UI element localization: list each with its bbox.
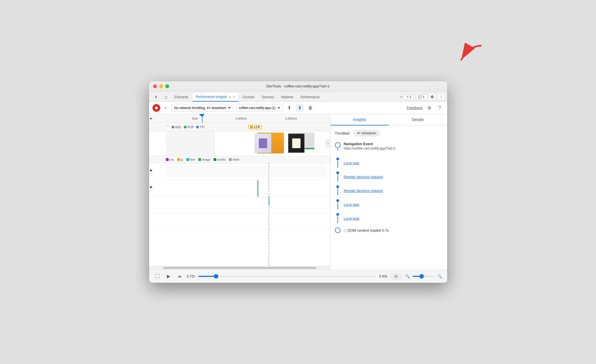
cursor-icon: ⬆ — [155, 95, 157, 99]
tti-dot — [196, 126, 199, 128]
tab-performance-insights[interactable]: Performance insights ▲ ✕ — [192, 93, 239, 102]
fcp-dot — [184, 126, 187, 128]
record-dropdown[interactable]: ▾ — [163, 104, 169, 112]
tab-elements[interactable]: Elements — [171, 93, 192, 102]
error-badge-button[interactable]: ✕ 1 — [404, 94, 414, 100]
throttle-value: 4× slowdown — [353, 130, 380, 136]
fcp-label: FCP — [188, 125, 194, 129]
lcp-square — [250, 126, 253, 128]
screenshot-icon: ⛶ — [155, 274, 160, 279]
media-label: media — [217, 158, 226, 161]
link-long-task-1[interactable]: Long task — [344, 161, 359, 165]
settings-button[interactable]: ⚙ — [429, 93, 436, 100]
zoom-out-button[interactable]: 🔍 — [405, 274, 410, 279]
record-button[interactable] — [152, 104, 160, 112]
more-tabs-icon[interactable]: » — [400, 95, 402, 99]
tab-inspector[interactable]: ◻ — [161, 93, 171, 102]
message-icon: 💬 — [418, 95, 422, 99]
expand-toggle-left[interactable]: ▶ — [150, 117, 152, 120]
zoom-out-icon: 🔍 — [405, 274, 410, 279]
filmstrip-thumb-1 — [255, 133, 271, 153]
tabbar: ⬆ ◻ Elements Performance insights ▲ ✕ Co… — [149, 91, 447, 102]
connector-5 — [335, 213, 340, 224]
other-square — [229, 158, 232, 161]
main-content: ▶ 0ms 1,600ms 3,200ms 4,800ms ⌒ DCL — [149, 114, 447, 269]
message-badge-button[interactable]: 💬 1 — [415, 94, 427, 100]
link-render-blocking-1[interactable]: Render blocking request — [344, 175, 383, 179]
link-render-blocking-2[interactable]: Render blocking request — [344, 189, 383, 193]
css-label: css — [169, 158, 174, 161]
scrollbar[interactable] — [149, 266, 330, 269]
network-area: ▶ ▶ — [149, 163, 330, 266]
tab-cursor[interactable]: ⬆ — [151, 93, 161, 102]
more-menu-button[interactable]: ⋮ — [438, 93, 445, 100]
legend-other: other — [229, 158, 239, 161]
row1-expand[interactable]: ▶ — [150, 169, 152, 172]
window-title: DevTools - coffee-cart.netlify.app/?ad=1 — [266, 84, 330, 88]
timeline-item-5: Long task — [335, 211, 443, 225]
delete-button[interactable]: 🗑 — [307, 104, 314, 112]
tab-network[interactable]: Network — [278, 93, 297, 102]
line-2 — [337, 175, 338, 181]
upload-button[interactable]: ⬆ — [286, 104, 293, 112]
connector-1 — [335, 158, 340, 168]
zoom-in-button[interactable]: 🔍 — [437, 274, 443, 279]
tab-sources[interactable]: Sources — [258, 93, 277, 102]
legend: css js font image media — [149, 156, 330, 163]
screenshot-toggle[interactable]: ⛶ — [154, 272, 161, 280]
feedback-link[interactable]: Feedback — [407, 106, 422, 110]
record-icon — [155, 107, 158, 109]
error-count: 1 — [410, 95, 411, 98]
tab-console[interactable]: Console — [239, 93, 258, 102]
inspector-icon: ◻ — [165, 95, 167, 99]
dot-5 — [336, 213, 339, 216]
sources-label: Sources — [262, 95, 274, 99]
zoom-slider-thumb[interactable] — [419, 274, 424, 279]
minimize-button[interactable] — [159, 84, 163, 88]
maximize-button[interactable] — [165, 84, 169, 88]
scrollbar-thumb[interactable] — [163, 267, 316, 269]
skip-start-button[interactable]: ⏮ — [176, 272, 184, 280]
time-slider[interactable] — [198, 276, 376, 277]
time-marker-3200: 3,200ms — [285, 117, 297, 120]
link-long-task-3[interactable]: Long task — [344, 216, 359, 221]
close-button[interactable] — [153, 84, 157, 88]
filmstrip-thumb-2 — [288, 133, 305, 153]
download-icon: ⬇ — [298, 105, 302, 110]
dcl-label: DCL — [176, 125, 182, 129]
tab-close-icon[interactable]: ✕ — [233, 95, 235, 98]
help-button[interactable]: ? — [436, 104, 444, 112]
connector-3 — [335, 185, 340, 196]
connector-4 — [335, 199, 340, 210]
dot-1 — [336, 158, 339, 160]
timeline-item-1: Long task — [335, 156, 443, 170]
question-icon: ? — [439, 105, 441, 110]
download-button[interactable]: ⬇ — [296, 104, 304, 112]
tab-performance[interactable]: Performance — [297, 93, 323, 102]
dot-2 — [336, 171, 339, 174]
link-long-task-2[interactable]: Long task — [344, 203, 359, 207]
gear-icon: ⚙ — [430, 95, 434, 99]
dcl-dot — [172, 126, 174, 128]
url-select[interactable]: coffee-cart.netlify.app (1) — [236, 104, 283, 112]
line-1 — [337, 161, 338, 168]
network-label: Network — [281, 95, 293, 99]
zoom-slider[interactable] — [413, 276, 435, 277]
toolbar-gear-button[interactable]: ⚙ — [425, 104, 433, 112]
play-button[interactable]: ▶ — [165, 272, 172, 280]
speed-badge[interactable]: x1 — [391, 273, 402, 279]
dot-4 — [336, 199, 339, 202]
details-label: Details — [412, 117, 424, 122]
image-label: image — [202, 158, 210, 161]
row2-expand[interactable]: ▶ — [150, 185, 152, 188]
dcl-metric: DCL — [172, 125, 182, 129]
bottombar: ⛶ ▶ ⏮ 0.72s 5.93s x1 🔍 🔍 — [149, 269, 447, 283]
tab-details[interactable]: Details — [389, 114, 447, 125]
time-start: 0.72s — [187, 274, 195, 278]
throttle-select[interactable]: No network throttling, 4× slowdown — [171, 104, 233, 112]
collapse-btn[interactable]: › — [326, 140, 330, 148]
other-label: other — [232, 158, 239, 161]
time-slider-thumb[interactable] — [214, 274, 218, 279]
elements-label: Elements — [175, 95, 189, 99]
tab-insights[interactable]: Insights — [330, 114, 389, 125]
